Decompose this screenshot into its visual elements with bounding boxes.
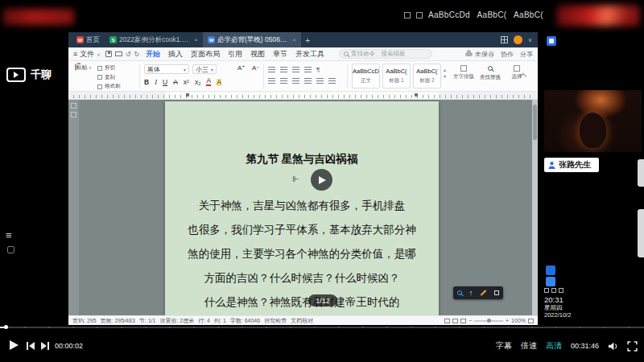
scrollbar-thumb[interactable] — [533, 105, 537, 140]
decrease-indent-icon[interactable] — [292, 67, 299, 73]
fullscreen-icon[interactable] — [627, 341, 638, 352]
view-mode-icon[interactable] — [444, 319, 450, 323]
volume-icon[interactable] — [608, 341, 618, 352]
save-icon[interactable] — [105, 51, 112, 57]
font-name-select[interactable]: 黑体 ▾ — [144, 64, 189, 74]
text-layout-tool[interactable]: 文字排版 — [453, 65, 474, 81]
zoom-slider[interactable] — [474, 320, 503, 322]
paragraph-mark-icon[interactable]: ¶ — [316, 66, 320, 73]
view-mode-icon[interactable] — [460, 319, 466, 323]
style-heading2[interactable]: AaBbC( 标题 2 — [413, 64, 441, 88]
find-replace-tool[interactable]: 查找替换 — [480, 65, 501, 81]
vertical-scrollbar[interactable] — [532, 100, 538, 315]
tab-excel-doc[interactable]: S 2022案例分析cook1.xlsx × — [105, 32, 203, 47]
style-normal[interactable]: AaBbCcDd 正文 — [352, 64, 380, 88]
scroll-up-icon[interactable]: ▴ — [444, 67, 446, 72]
quality-button[interactable]: 高清 — [546, 340, 562, 352]
style-heading1[interactable]: AaBbC( 标题 1 — [382, 64, 411, 88]
bullet-list-icon[interactable] — [268, 67, 275, 73]
command-search-box[interactable]: 查找命令、搜索模板 — [339, 49, 432, 59]
format-painter-button[interactable]: 格式刷 — [97, 83, 121, 90]
taskbar-app-icon[interactable] — [546, 277, 555, 286]
zoom-out-icon[interactable]: − — [469, 318, 472, 323]
zoom-level[interactable]: 100% — [511, 318, 526, 323]
status-proofread[interactable]: 文档校对 — [291, 317, 313, 325]
magnifier-icon[interactable] — [457, 290, 462, 295]
redo-icon[interactable]: ↻ — [134, 51, 139, 58]
previous-button[interactable] — [26, 341, 35, 351]
strikethrough-button[interactable]: A — [173, 78, 178, 86]
next-button[interactable] — [40, 341, 50, 351]
tab-word-doc-active[interactable]: W 必学必背(早晚) 0506 副本 × — [203, 32, 301, 47]
horizontal-ruler[interactable] — [68, 92, 538, 100]
menu-tab-section[interactable]: 章节 — [271, 49, 289, 60]
shading-icon[interactable] — [328, 78, 336, 84]
share-button[interactable]: 分享 — [520, 50, 533, 59]
paste-button[interactable]: 粘贴 ▾ — [72, 64, 93, 72]
undo-icon[interactable]: ↺ — [126, 51, 131, 58]
pen-icon[interactable] — [481, 290, 487, 296]
taskbar-app-icon[interactable] — [546, 265, 555, 275]
italic-button[interactable]: I — [155, 78, 157, 86]
speed-button[interactable]: 倍速 — [521, 340, 537, 352]
arrow-up-icon[interactable]: ↑ — [469, 290, 473, 297]
file-menu[interactable]: ≡ 文件 ∨ — [73, 49, 101, 60]
hamburger-menu-icon[interactable]: ≡ — [6, 230, 12, 241]
numbered-list-icon[interactable] — [280, 67, 287, 73]
status-spellcheck[interactable]: 拼写检查 — [264, 317, 287, 325]
tray-icon[interactable] — [544, 288, 549, 293]
menu-tab-page-layout[interactable]: 页面布局 — [189, 49, 221, 60]
menu-tab-references[interactable]: 引用 — [226, 49, 244, 60]
status-word-count[interactable]: 字数: 64046 — [230, 317, 260, 325]
collaborate-button[interactable]: 协作 — [501, 50, 514, 59]
justify-icon[interactable] — [304, 78, 312, 84]
underline-button[interactable]: U — [163, 78, 167, 86]
annotation-toolbar[interactable]: ↑ — [453, 286, 503, 299]
view-mode-icon[interactable] — [452, 319, 458, 323]
seek-bar-knob[interactable] — [4, 325, 8, 329]
align-left-icon[interactable] — [268, 78, 275, 84]
shrink-font-button[interactable]: A⁻ — [252, 64, 260, 72]
document-page[interactable]: 第九节 星煞与吉凶祸福 ⊩ 关于神煞，吉星与凶煞都有很多，手机排盘 也很多，我们… — [165, 101, 439, 315]
close-tab-icon[interactable]: × — [292, 36, 296, 43]
document-canvas[interactable]: 第九节 星煞与吉凶祸福 ⊩ 关于神煞，吉星与凶煞都有很多，手机排盘 也很多，我们… — [68, 100, 538, 315]
system-tray-icons[interactable] — [544, 288, 564, 293]
superscript-button[interactable]: x² — [184, 78, 189, 86]
user-avatar[interactable] — [514, 35, 522, 44]
tray-icon[interactable] — [559, 288, 564, 293]
taskbar-app-icon[interactable] — [547, 36, 556, 46]
menu-tab-insert[interactable]: 插入 — [167, 49, 184, 60]
nav-pane-icon[interactable] — [71, 103, 76, 109]
font-size-select[interactable]: 小三 ▾ — [192, 64, 217, 74]
chevron-down-icon[interactable]: ∨ — [528, 37, 532, 43]
menu-tab-dev-tools[interactable]: 开发工具 — [294, 49, 326, 60]
menu-tab-home[interactable]: 开始 — [144, 49, 162, 60]
zoom-in-icon[interactable]: + — [506, 318, 509, 323]
bold-button[interactable]: B — [144, 78, 149, 86]
seek-bar[interactable] — [0, 327, 644, 328]
play-button[interactable] — [10, 340, 19, 350]
tab-home[interactable]: W 首页 — [72, 32, 105, 47]
subtitle-button[interactable]: 字幕 — [496, 340, 512, 352]
apps-grid-icon[interactable] — [501, 36, 508, 43]
copy-button[interactable]: 复制 — [97, 74, 121, 81]
increase-indent-icon[interactable] — [304, 67, 312, 73]
font-color-button[interactable]: A — [206, 77, 211, 86]
side-panel-icon[interactable] — [7, 246, 14, 253]
new-tab-button[interactable]: + — [305, 35, 310, 45]
grow-font-button[interactable]: A⁺ — [237, 64, 246, 72]
collapsed-sidebar-handle[interactable] — [638, 159, 644, 187]
tray-icon[interactable] — [551, 288, 556, 293]
outline-icon[interactable] — [71, 112, 76, 117]
align-right-icon[interactable] — [292, 78, 299, 84]
embedded-media-play-button[interactable] — [311, 169, 332, 191]
close-tab-icon[interactable]: × — [194, 36, 198, 43]
menu-tab-view[interactable]: 视图 — [249, 49, 266, 60]
align-center-icon[interactable] — [280, 78, 287, 84]
print-icon[interactable] — [115, 51, 122, 56]
subscript-button[interactable]: x₂ — [195, 78, 201, 86]
indent-marker[interactable] — [415, 93, 418, 97]
presenter-webcam-video[interactable] — [544, 90, 642, 152]
collapsed-sidebar-handle[interactable] — [638, 209, 644, 257]
shape-icon[interactable] — [494, 290, 499, 295]
